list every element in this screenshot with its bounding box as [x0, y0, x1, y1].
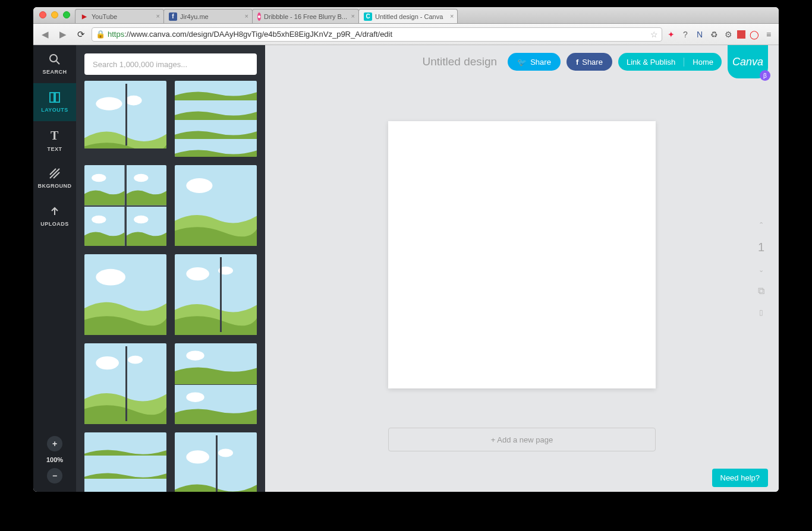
zoom-controls: + 100% − [46, 436, 63, 483]
close-tab-icon[interactable]: × [351, 12, 355, 20]
layout-thumb[interactable] [175, 81, 257, 157]
svg-rect-3 [55, 93, 59, 102]
copy-page-icon[interactable]: ⧉ [758, 286, 764, 296]
beta-badge: β [760, 70, 770, 81]
svg-point-19 [92, 215, 106, 223]
layouts-icon [49, 91, 61, 103]
button-label: Share [582, 58, 603, 67]
browser-tab-dribbble[interactable]: ● Dribbble - 16 Free Blurry B... × [252, 9, 359, 23]
svg-point-27 [186, 267, 209, 280]
svg-point-15 [92, 174, 106, 182]
settings-gear-icon[interactable]: ⚙ [723, 29, 734, 40]
sidebar-label: BKGROUND [38, 183, 72, 189]
sidebar-item-text[interactable]: T TEXT [33, 121, 76, 159]
maximize-window-button[interactable] [63, 11, 70, 18]
browser-toolbar: ◀ ▶ ⟳ 🔒 https ://www.canva.com/design/DA… [33, 24, 779, 45]
sidebar-item-background[interactable]: BKGROUND [33, 159, 76, 197]
browser-tab-canva[interactable]: C Untitled design - Canva × [358, 9, 458, 23]
extension-icon[interactable]: ♻ [709, 29, 719, 40]
zoom-out-button[interactable]: − [47, 468, 62, 483]
twitter-share-button[interactable]: 🐦 Share [508, 53, 561, 71]
layout-thumb[interactable] [84, 254, 166, 335]
home-button[interactable]: Home [684, 58, 722, 67]
youtube-icon: ▶ [80, 12, 89, 21]
button-label: Need help? [720, 473, 760, 482]
layout-thumb[interactable] [175, 254, 257, 335]
extension-icon[interactable]: N [694, 29, 705, 40]
svg-line-1 [56, 61, 59, 64]
sidebar-label: SEARCH [42, 69, 67, 75]
tab-label: Dribbble - 16 Free Blurry B... [264, 13, 347, 20]
canvas-stage: Untitled design 🐦 Share f Share Link & P… [265, 45, 779, 492]
svg-rect-2 [50, 93, 54, 102]
browser-tab-jir4yu[interactable]: f Jir4yu.me × [163, 9, 253, 23]
layout-thumb[interactable] [175, 432, 257, 492]
url-text: ://www.canva.com/design/DAAyH8gvTig/e4b5… [124, 30, 392, 39]
sidebar-label: TEXT [47, 146, 62, 152]
layout-thumb[interactable] [84, 81, 166, 148]
zoom-level: 100% [46, 456, 63, 463]
svg-point-25 [96, 269, 125, 286]
page-up-icon[interactable]: ⌃ [759, 221, 764, 229]
layouts-grid[interactable] [76, 81, 265, 492]
svg-point-23 [186, 178, 212, 193]
facebook-icon: f [576, 58, 578, 67]
browser-tab-youtube[interactable]: ▶ YouTube × [75, 9, 164, 23]
layout-thumb[interactable] [84, 343, 166, 424]
button-label: Share [530, 58, 551, 67]
layouts-panel [76, 45, 265, 492]
svg-point-21 [134, 215, 148, 223]
svg-point-31 [128, 356, 143, 364]
sidebar-label: UPLOADS [40, 221, 69, 227]
page-controls: ⌃ 1 ⌄ ⧉ ▯ [758, 221, 764, 317]
svg-point-0 [50, 55, 57, 62]
menu-icon[interactable]: ≡ [763, 29, 774, 40]
search-input[interactable] [93, 60, 248, 69]
extension-icon[interactable]: ✦ [666, 29, 676, 40]
sidebar-item-layouts[interactable]: LAYOUTS [33, 83, 76, 121]
document-title[interactable]: Untitled design [422, 55, 497, 68]
back-button[interactable]: ◀ [38, 27, 52, 42]
page-down-icon[interactable]: ⌄ [759, 266, 764, 274]
add-page-button[interactable]: + Add a new page [388, 428, 656, 451]
canva-icon: C [364, 12, 372, 21]
svg-point-9 [125, 96, 142, 106]
close-tab-icon[interactable]: × [245, 12, 248, 20]
browser-tab-bar: ▶ YouTube × f Jir4yu.me × ● Dribbble - 1… [33, 7, 779, 24]
button-label: Link & Publish [618, 58, 684, 67]
svg-point-8 [96, 97, 122, 110]
canva-logo[interactable]: Canva β [728, 45, 768, 78]
extension-icon[interactable] [737, 30, 745, 39]
close-tab-icon[interactable]: × [156, 12, 160, 20]
svg-point-17 [134, 174, 148, 182]
minimize-window-button[interactable] [51, 11, 58, 18]
url-scheme: https [108, 30, 124, 39]
layout-thumb[interactable] [175, 165, 257, 246]
link-publish-button[interactable]: Link & Publish Home [618, 53, 722, 71]
layout-thumb[interactable] [84, 165, 166, 246]
reload-button[interactable]: ⟳ [74, 27, 88, 42]
close-tab-icon[interactable]: × [450, 12, 454, 20]
design-canvas[interactable] [388, 121, 656, 388]
extension-icon[interactable]: ? [680, 29, 691, 40]
delete-page-icon[interactable]: ▯ [759, 308, 763, 317]
close-window-button[interactable] [39, 11, 46, 18]
help-button[interactable]: Need help? [712, 469, 769, 487]
bookmark-star-icon[interactable]: ☆ [650, 30, 658, 39]
background-icon [49, 167, 61, 179]
address-bar[interactable]: 🔒 https ://www.canva.com/design/DAAyH8gv… [92, 27, 662, 42]
extension-icon[interactable]: ◯ [749, 29, 760, 40]
zoom-in-button[interactable]: + [47, 436, 62, 451]
layout-thumb[interactable] [175, 343, 257, 424]
layout-thumb[interactable] [84, 432, 166, 492]
forward-button[interactable]: ▶ [56, 27, 70, 42]
svg-point-30 [96, 356, 119, 369]
sidebar-item-uploads[interactable]: UPLOADS [33, 197, 76, 235]
header-bar: Untitled design 🐦 Share f Share Link & P… [265, 45, 779, 78]
left-sidebar: SEARCH LAYOUTS T TEXT BKGROUND UPLOADS +… [33, 45, 76, 492]
sidebar-item-search[interactable]: SEARCH [33, 45, 76, 83]
text-icon: T [51, 129, 59, 143]
facebook-share-button[interactable]: f Share [566, 53, 612, 71]
logo-text: Canva [732, 56, 763, 68]
button-label: + Add a new page [491, 435, 553, 444]
